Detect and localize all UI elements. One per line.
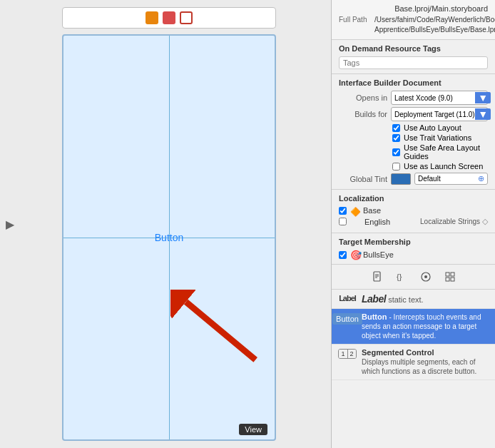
label-obj-icon: Label (337, 294, 357, 302)
bulls-eye-checkbox[interactable] (339, 251, 347, 259)
button-obj-name: Button (362, 312, 387, 321)
seg-icon-1: 1 (339, 350, 347, 358)
target-membership-section: Target Membership 🎯 BullsEye (332, 233, 495, 265)
tint-color-swatch[interactable] (391, 173, 411, 185)
bulls-eye-icon: 🎯 (350, 250, 360, 260)
builds-for-arrow: ▼ (475, 108, 491, 120)
svg-point-8 (424, 275, 427, 278)
global-tint-label: Global Tint (339, 175, 387, 183)
circle-icon-button[interactable] (418, 269, 434, 285)
bulls-eye-name: BullsEye (363, 250, 394, 259)
auto-layout-row: Use Auto Layout (339, 123, 488, 132)
ib-doc-section: Interface Builder Document Opens in Late… (332, 74, 495, 190)
grid-icon-button[interactable] (442, 269, 458, 285)
trait-variations-checkbox[interactable] (392, 134, 400, 142)
canvas-toolbar (62, 7, 276, 29)
ib-doc-title: Interface Builder Document (339, 78, 488, 87)
file-path-section: Base.lproj/Main.storyboard Full Path /Us… (332, 0, 495, 40)
canvas-button-element[interactable]: Button (155, 232, 183, 243)
bulls-eye-target-row: 🎯 BullsEye (339, 250, 488, 260)
red-toolbar-icon[interactable] (163, 11, 175, 24)
left-arrow-indicator[interactable]: ▶ (6, 218, 14, 231)
localization-title: Localization (339, 194, 488, 203)
full-path-row: Full Path /Users/fahim/Code/RayWenderlic… (339, 15, 488, 35)
builds-for-value: Deployment Target (11.0) (394, 111, 475, 118)
path-value: /Users/fahim/Code/RayWenderlich/Books/iO… (374, 15, 495, 35)
canvas-panel: ▶ Button View (0, 0, 331, 448)
segmented-object-item[interactable]: 1 2 Segmented Control Displays multiple … (332, 345, 495, 380)
right-panel: Base.lproj/Main.storyboard Full Path /Us… (331, 0, 495, 448)
opens-in-value: Latest Xcode (9.0) (394, 94, 475, 102)
code-icon-button[interactable]: {} (394, 269, 409, 285)
label-object-item[interactable]: Label Label static text. (332, 290, 495, 309)
tint-default-select[interactable]: Default ⊕ (414, 173, 488, 185)
label-obj-name: Label static text. (362, 293, 489, 305)
label-obj-text: Label static text. (362, 293, 489, 305)
on-demand-title: On Demand Resource Tags (339, 44, 488, 53)
seg-icon-2: 2 (348, 350, 356, 358)
builds-for-select[interactable]: Deployment Target (11.0) ▼ (391, 107, 488, 121)
object-library-icon-bar: {} (332, 265, 495, 290)
button-object-item[interactable]: Button Button - Intercepts touch events … (332, 309, 495, 345)
opens-in-arrow: ▼ (475, 92, 491, 103)
svg-rect-11 (446, 278, 449, 281)
iphone-frame: Button View (62, 34, 276, 441)
file-icon-button[interactable] (369, 269, 385, 285)
button-obj-icon: Button (337, 313, 357, 325)
file-name: Base.lproj/Main.storyboard (339, 4, 488, 13)
builds-for-label: Builds for (339, 110, 387, 118)
segmented-obj-icon: 1 2 (337, 349, 357, 359)
base-checkbox[interactable] (339, 207, 347, 215)
auto-layout-checkbox[interactable] (392, 124, 400, 132)
path-label: Full Path (339, 15, 374, 24)
svg-line-1 (186, 302, 256, 360)
launch-screen-label: Use as Launch Screen (404, 162, 483, 170)
opens-in-select[interactable]: Latest Xcode (9.0) ▼ (391, 91, 488, 105)
svg-rect-12 (451, 278, 454, 281)
segmented-obj-desc: Displays multiple segments, each of whic… (362, 357, 489, 376)
base-localization-row: 🔶 Base (339, 206, 488, 215)
english-checkbox[interactable] (339, 218, 347, 225)
segmented-control-icon: 1 2 (338, 349, 356, 359)
outline-toolbar-icon[interactable] (180, 11, 193, 24)
localization-section: Localization 🔶 Base English Localizable … (332, 190, 495, 233)
segmented-obj-text: Segmented Control Displays multiple segm… (362, 348, 489, 376)
view-label: View (239, 424, 267, 435)
tags-input[interactable] (339, 56, 488, 69)
trait-variations-label: Use Trait Variations (404, 133, 471, 142)
canvas-button-label: Button (155, 232, 183, 243)
button-icon: Button (332, 313, 362, 325)
english-label: English (364, 218, 420, 226)
target-membership-title: Target Membership (339, 238, 488, 246)
button-obj-text: Button - Intercepts touch events and sen… (362, 312, 489, 340)
orange-toolbar-icon[interactable] (146, 11, 158, 24)
opens-in-label: Opens in (339, 93, 387, 102)
red-arrow (170, 290, 263, 368)
svg-rect-10 (451, 273, 454, 276)
safe-area-checkbox[interactable] (392, 148, 400, 156)
base-label: Base (363, 206, 488, 215)
svg-rect-9 (446, 273, 449, 276)
segmented-obj-name: Segmented Control (362, 348, 489, 357)
english-localization-row: English Localizable Strings ◇ (339, 217, 488, 226)
launch-screen-checkbox[interactable] (392, 163, 400, 170)
trait-variations-row: Use Trait Variations (339, 133, 488, 142)
launch-screen-row: Use as Launch Screen (339, 162, 488, 170)
global-tint-row: Global Tint Default ⊕ (339, 173, 488, 185)
on-demand-section: On Demand Resource Tags (332, 40, 495, 74)
safe-area-row: Use Safe Area Layout Guides (339, 143, 488, 161)
auto-layout-label: Use Auto Layout (404, 123, 461, 132)
tint-select-arrow: ⊕ (478, 174, 484, 183)
tint-default-value: Default (418, 175, 441, 183)
label-icon: Label (339, 294, 356, 302)
base-flag: 🔶 (350, 207, 360, 215)
loc-dropdown-arrow[interactable]: ◇ (482, 217, 488, 226)
english-flag (350, 218, 362, 225)
localizable-strings-label: Localizable Strings (420, 218, 480, 225)
opens-in-row: Opens in Latest Xcode (9.0) ▼ (339, 91, 488, 105)
safe-area-label: Use Safe Area Layout Guides (404, 143, 488, 161)
svg-text:{}: {} (397, 273, 402, 281)
builds-for-row: Builds for Deployment Target (11.0) ▼ (339, 107, 488, 121)
